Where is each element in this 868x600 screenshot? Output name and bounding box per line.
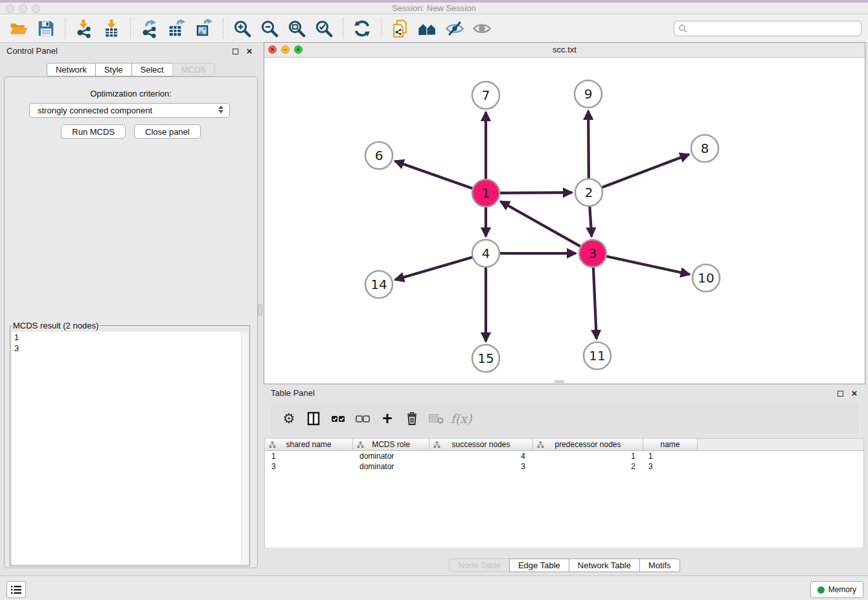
zoom-fit-icon[interactable] bbox=[286, 17, 307, 40]
column-label: shared name bbox=[286, 440, 331, 449]
table-toolbar: ⚙ + bbox=[270, 404, 859, 433]
table-row[interactable]: 1 dominator 4 1 1 bbox=[265, 451, 863, 461]
memory-status-icon bbox=[817, 586, 825, 594]
table-row[interactable]: 3 dominator 3 2 3 bbox=[265, 461, 863, 472]
select-stepper-icon bbox=[218, 106, 223, 113]
float-table-panel-icon[interactable] bbox=[836, 389, 845, 398]
column-type-icon bbox=[537, 441, 544, 448]
graph-edge-1-6[interactable] bbox=[395, 161, 475, 189]
add-column-icon[interactable]: + bbox=[378, 409, 397, 428]
search-icon bbox=[678, 24, 687, 33]
status-bar: Memory bbox=[0, 575, 868, 600]
network-canvas[interactable]: 7968124314101511 bbox=[264, 58, 865, 384]
zoom-selected-icon[interactable] bbox=[314, 17, 334, 40]
cell-successor-nodes[interactable]: 4 bbox=[429, 452, 533, 461]
function-builder-icon[interactable]: f(x) bbox=[451, 409, 471, 428]
column-header-mcds-role[interactable]: MCDS role bbox=[353, 439, 429, 451]
float-panel-icon[interactable] bbox=[231, 47, 240, 56]
toolbar-separator bbox=[343, 18, 343, 39]
cell-shared-name[interactable]: 3 bbox=[265, 462, 353, 471]
search-field[interactable] bbox=[674, 21, 862, 36]
export-table-icon[interactable] bbox=[166, 17, 187, 40]
graph-node-label-3: 3 bbox=[589, 246, 597, 261]
delete-columns-icon[interactable] bbox=[402, 409, 422, 428]
control-panel-title: Control Panel bbox=[6, 46, 58, 56]
graph-node-label-8: 8 bbox=[701, 141, 709, 156]
save-session-icon[interactable] bbox=[36, 17, 56, 40]
toolbar-separator bbox=[223, 18, 223, 39]
mcds-result-list[interactable]: 1 3 bbox=[12, 332, 248, 564]
tab-style[interactable]: Style bbox=[95, 63, 132, 76]
zoom-out-icon[interactable] bbox=[259, 17, 280, 40]
run-mcds-button[interactable]: Run MCDS bbox=[61, 124, 126, 139]
hide-selected-icon[interactable] bbox=[444, 17, 465, 40]
close-table-panel-icon[interactable]: × bbox=[850, 389, 859, 398]
toolbar-separator bbox=[130, 18, 131, 39]
column-header-shared-name[interactable]: shared name bbox=[265, 439, 353, 451]
export-network-icon[interactable] bbox=[139, 17, 160, 40]
export-image-icon[interactable] bbox=[194, 17, 214, 40]
graph-edge-3-1[interactable] bbox=[501, 202, 582, 248]
show-hidden-icon[interactable] bbox=[472, 17, 492, 40]
refresh-view-icon[interactable] bbox=[352, 17, 372, 40]
result-line: 1 bbox=[12, 332, 248, 343]
cell-mcds-role[interactable]: dominator bbox=[353, 452, 429, 461]
column-header-name[interactable]: name bbox=[643, 439, 698, 451]
delete-table-icon[interactable] bbox=[427, 409, 446, 428]
close-panel-icon[interactable]: × bbox=[245, 47, 254, 56]
graph-edge-3-10[interactable] bbox=[605, 256, 690, 274]
node-table: shared name MCDS role successor nodes bbox=[264, 438, 864, 548]
result-scrollbar[interactable] bbox=[241, 332, 248, 564]
graph-edge-2-8[interactable] bbox=[600, 154, 689, 188]
graph-edge-2-3[interactable] bbox=[589, 205, 591, 237]
close-panel-button[interactable]: Close panel bbox=[134, 124, 201, 139]
column-header-predecessor-nodes[interactable]: predecessor nodes bbox=[533, 439, 643, 451]
column-type-icon bbox=[433, 441, 440, 448]
table-header-row: shared name MCDS role successor nodes bbox=[265, 439, 863, 451]
panel-splitter-handle[interactable] bbox=[258, 305, 262, 316]
cell-name[interactable]: 1 bbox=[643, 452, 698, 461]
tab-node-table[interactable]: Node Table bbox=[449, 559, 510, 572]
graph-edge-3-11[interactable] bbox=[593, 266, 597, 339]
show-all-networks-icon[interactable] bbox=[417, 17, 438, 40]
cell-name[interactable]: 3 bbox=[643, 462, 698, 471]
open-session-icon[interactable] bbox=[8, 17, 29, 40]
show-column-icon[interactable] bbox=[304, 409, 323, 428]
select-all-columns-icon[interactable] bbox=[328, 409, 348, 428]
tab-motifs[interactable]: Motifs bbox=[639, 559, 680, 572]
graph-node-label-4: 4 bbox=[482, 246, 490, 261]
network-window-titlebar[interactable]: × − + scc.txt bbox=[264, 43, 865, 58]
clone-network-icon[interactable] bbox=[390, 17, 411, 40]
import-network-icon[interactable] bbox=[74, 17, 95, 40]
tab-mcds[interactable]: MCDS bbox=[172, 63, 215, 76]
network-table-splitter-handle[interactable] bbox=[554, 380, 564, 383]
cell-predecessor-nodes[interactable]: 1 bbox=[533, 452, 643, 461]
graph-node-label-14: 14 bbox=[371, 277, 387, 292]
graph-edge-2-9[interactable] bbox=[588, 111, 589, 180]
cell-mcds-role[interactable]: dominator bbox=[353, 462, 429, 471]
graph-edge-4-14[interactable] bbox=[395, 257, 474, 279]
session-title: Session: New Session bbox=[0, 3, 868, 14]
search-input[interactable] bbox=[687, 24, 857, 34]
import-table-icon[interactable] bbox=[101, 17, 122, 40]
column-label: MCDS role bbox=[372, 440, 410, 449]
cell-successor-nodes[interactable]: 3 bbox=[429, 462, 533, 471]
column-label: name bbox=[660, 440, 680, 449]
cell-predecessor-nodes[interactable]: 2 bbox=[533, 462, 643, 471]
criterion-select[interactable]: strongly connected component bbox=[29, 103, 230, 118]
task-history-button[interactable] bbox=[6, 581, 26, 598]
graph-edge-1-2[interactable] bbox=[498, 192, 572, 193]
column-header-successor-nodes[interactable]: successor nodes bbox=[429, 439, 533, 451]
tab-network[interactable]: Network bbox=[47, 63, 96, 76]
table-settings-icon[interactable]: ⚙ bbox=[279, 409, 299, 428]
mcds-result-title: MCDS result (2 nodes) bbox=[12, 321, 100, 330]
cell-shared-name[interactable]: 1 bbox=[265, 452, 353, 461]
tab-edge-table[interactable]: Edge Table bbox=[509, 559, 569, 572]
unselect-all-columns-icon[interactable] bbox=[353, 409, 372, 428]
memory-button[interactable]: Memory bbox=[810, 581, 863, 598]
zoom-in-icon[interactable] bbox=[232, 17, 253, 40]
graph-node-label-10: 10 bbox=[698, 270, 714, 286]
tab-select[interactable]: Select bbox=[131, 63, 173, 76]
graph-node-label-1: 1 bbox=[482, 185, 490, 201]
tab-network-table[interactable]: Network Table bbox=[569, 559, 640, 572]
